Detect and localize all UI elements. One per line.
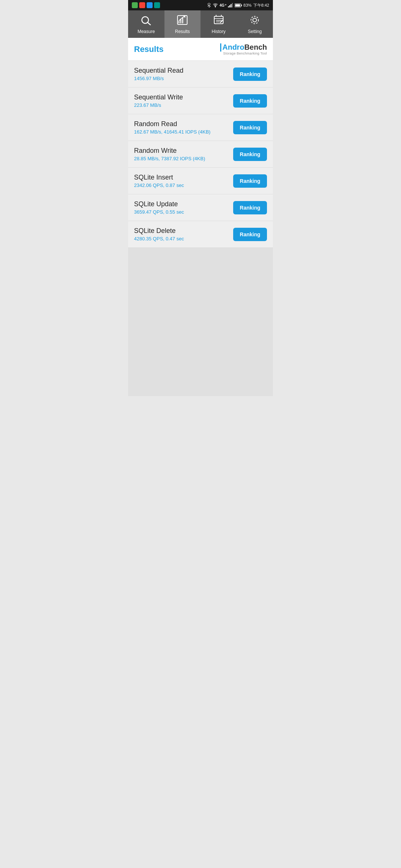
- svg-rect-7: [235, 4, 240, 6]
- result-value-6: 4280.35 QPS, 0.47 sec: [134, 236, 233, 241]
- svg-point-20: [253, 18, 257, 22]
- result-item-6: SQLite Delete 4280.35 QPS, 0.47 sec Rank…: [128, 221, 273, 248]
- status-right-icons: 4G⁺ 83% 下午8:42: [207, 3, 269, 8]
- result-name-1: Sequential Write: [134, 93, 233, 101]
- result-name-6: SQLite Delete: [134, 227, 233, 235]
- page-title: Results: [134, 45, 163, 54]
- battery-icon: [235, 3, 242, 7]
- ranking-button-5[interactable]: Ranking: [233, 201, 267, 214]
- svg-rect-14: [214, 16, 223, 24]
- tab-setting[interactable]: Setting: [237, 10, 273, 38]
- wifi-icon: [213, 3, 218, 7]
- tab-results-label: Results: [175, 29, 190, 34]
- tab-measure[interactable]: Measure: [128, 10, 164, 38]
- brand-andro: Andro: [222, 43, 244, 51]
- signal-icon: [228, 3, 233, 7]
- result-value-3: 28.85 MB/s, 7387.92 IOPS (4KB): [134, 156, 233, 161]
- setting-icon: [249, 15, 260, 27]
- result-item-5: SQLite Update 3659.47 QPS, 0.55 sec Rank…: [128, 194, 273, 221]
- result-name-3: Random Write: [134, 147, 233, 155]
- result-value-1: 223.67 MB/s: [134, 102, 233, 108]
- result-info-6: SQLite Delete 4280.35 QPS, 0.47 sec: [134, 227, 233, 241]
- result-info-1: Sequential Write 223.67 MB/s: [134, 93, 233, 108]
- tab-setting-label: Setting: [248, 29, 262, 34]
- result-item-4: SQLite Insert 2342.06 QPS, 0.87 sec Rank…: [128, 168, 273, 194]
- result-item-0: Sequential Read 1456.97 MB/s Ranking: [128, 61, 273, 88]
- result-item-1: Sequential Write 223.67 MB/s Ranking: [128, 88, 273, 114]
- result-info-4: SQLite Insert 2342.06 QPS, 0.87 sec: [134, 174, 233, 188]
- results-icon: [177, 15, 188, 27]
- tab-history-label: History: [212, 29, 225, 34]
- signal-4g-label: 4G⁺: [219, 3, 226, 7]
- svg-rect-2: [229, 5, 230, 7]
- result-info-3: Random Write 28.85 MB/s, 7387.92 IOPS (4…: [134, 147, 233, 161]
- result-value-2: 162.67 MB/s, 41645.41 IOPS (4KB): [134, 129, 233, 135]
- ranking-button-0[interactable]: Ranking: [233, 68, 267, 81]
- result-value-4: 2342.06 QPS, 0.87 sec: [134, 183, 233, 188]
- brand-bench: Bench: [244, 43, 267, 51]
- svg-rect-3: [231, 4, 232, 7]
- result-name-5: SQLite Update: [134, 200, 233, 208]
- bluetooth-icon: [207, 3, 211, 8]
- page-header: Results AndroBench Storage Benchmarking …: [128, 38, 273, 61]
- result-info-2: Random Read 162.67 MB/s, 41645.41 IOPS (…: [134, 120, 233, 135]
- ranking-button-2[interactable]: Ranking: [233, 121, 267, 134]
- app-icon-1: [132, 2, 138, 8]
- svg-rect-6: [241, 4, 242, 6]
- status-bar: 4G⁺ 83% 下午8:42: [128, 0, 273, 10]
- app-icon-4: [154, 2, 160, 8]
- result-name-0: Sequential Read: [134, 67, 233, 75]
- time-display: 下午8:42: [253, 3, 269, 8]
- result-value-5: 3659.47 QPS, 0.55 sec: [134, 209, 233, 215]
- svg-line-9: [147, 22, 150, 25]
- tab-measure-label: Measure: [137, 29, 155, 34]
- app-icon-2: [139, 2, 145, 8]
- result-item-3: Random Write 28.85 MB/s, 7387.92 IOPS (4…: [128, 141, 273, 168]
- result-info-5: SQLite Update 3659.47 QPS, 0.55 sec: [134, 200, 233, 215]
- result-value-0: 1456.97 MB/s: [134, 76, 233, 81]
- battery-percent: 83%: [244, 3, 252, 7]
- measure-icon: [141, 15, 152, 27]
- result-item-2: Random Read 162.67 MB/s, 41645.41 IOPS (…: [128, 114, 273, 141]
- svg-point-0: [215, 7, 216, 7]
- result-name-4: SQLite Insert: [134, 174, 233, 181]
- brand-name: AndroBench: [222, 43, 267, 52]
- ranking-button-3[interactable]: Ranking: [233, 148, 267, 161]
- ranking-button-1[interactable]: Ranking: [233, 94, 267, 108]
- tab-results[interactable]: Results: [164, 10, 201, 38]
- results-list: Sequential Read 1456.97 MB/s Ranking Seq…: [128, 61, 273, 248]
- result-info-0: Sequential Read 1456.97 MB/s: [134, 67, 233, 81]
- empty-space: [128, 248, 273, 396]
- svg-rect-1: [228, 6, 229, 7]
- history-icon: [213, 15, 224, 27]
- svg-point-21: [251, 16, 258, 24]
- ranking-button-4[interactable]: Ranking: [233, 174, 267, 188]
- tab-history[interactable]: History: [200, 10, 237, 38]
- app-icon-3: [147, 2, 153, 8]
- brand-logo: AndroBench Storage Benchmarking Tool: [220, 43, 267, 55]
- brand-subtitle: Storage Benchmarking Tool: [223, 52, 267, 55]
- nav-tabs: Measure Results: [128, 10, 273, 38]
- ranking-button-6[interactable]: Ranking: [233, 228, 267, 241]
- result-name-2: Random Read: [134, 120, 233, 128]
- svg-rect-4: [232, 3, 233, 7]
- brand-accent-bar: [220, 43, 221, 52]
- status-app-icons: [132, 2, 160, 8]
